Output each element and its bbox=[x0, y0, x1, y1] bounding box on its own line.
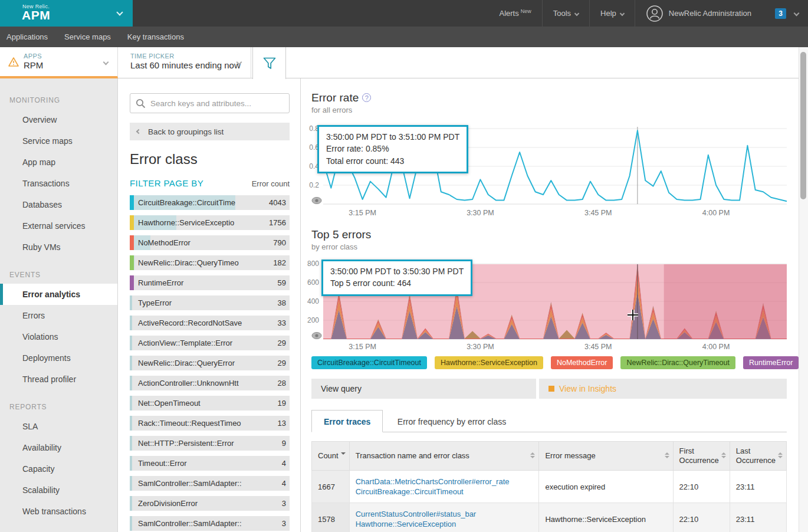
error-class-row[interactable]: NoMethodError 790 bbox=[130, 235, 290, 250]
sidebar-item[interactable]: Service maps bbox=[0, 130, 117, 152]
legend-pill[interactable]: NewRelic::Dirac::QueryTimeout bbox=[620, 356, 735, 369]
class-color-bar bbox=[130, 496, 132, 511]
sidebar-item[interactable]: Violations bbox=[0, 326, 117, 347]
sidebar-item[interactable]: Capacity bbox=[0, 458, 117, 480]
error-class-link[interactable]: Hawthorne::ServiceException bbox=[356, 519, 533, 529]
error-class-name: SamlController::SamlAdapter:: bbox=[138, 516, 253, 531]
sidebar-item[interactable]: Error analytics bbox=[0, 284, 117, 305]
legend-pill[interactable]: CircuitBreakage::CircuitTimeout bbox=[311, 356, 427, 369]
column-header-count[interactable]: Count bbox=[312, 442, 350, 471]
warning-icon bbox=[8, 57, 19, 70]
table-header-row: Count Transaction name and error class E… bbox=[312, 442, 787, 471]
tab-error-frequency[interactable]: Error frequency by error class bbox=[386, 411, 518, 433]
sidebar-item-label: Overview bbox=[22, 115, 57, 124]
sidebar-item-label: SLA bbox=[22, 422, 38, 431]
help-icon[interactable]: ? bbox=[362, 93, 371, 102]
account-menu[interactable]: NewRelic Administration bbox=[635, 0, 762, 27]
notification-badge[interactable]: 3 bbox=[775, 8, 786, 19]
class-color-bar bbox=[130, 255, 134, 270]
insights-square-icon bbox=[548, 386, 554, 392]
error-class-row[interactable]: NewRelic::Dirac::QueryTimeo 182 bbox=[130, 255, 290, 270]
svg-text:4:00 PM: 4:00 PM bbox=[702, 343, 730, 351]
error-class-name: Net::HTTP::Persistent::Error bbox=[138, 436, 253, 451]
tools-menu[interactable]: Tools bbox=[542, 0, 589, 27]
nav-item-service-maps[interactable]: Service maps bbox=[64, 32, 111, 41]
back-to-groupings-button[interactable]: Back to groupings list bbox=[130, 123, 290, 140]
sidebar-item[interactable]: Availability bbox=[0, 437, 117, 458]
error-class-row[interactable]: NewRelic::Dirac::QueryError 29 bbox=[130, 356, 290, 370]
sidebar-group-events-items: Error analyticsErrorsViolationsDeploymen… bbox=[0, 284, 117, 390]
nav-item-applications[interactable]: Applications bbox=[6, 32, 48, 41]
error-class-row[interactable]: CircuitBreakage::CircuitTime 4043 bbox=[130, 195, 290, 210]
sidebar-item[interactable]: SLA bbox=[0, 416, 117, 437]
error-class-row[interactable]: ZeroDivisionError 3 bbox=[130, 496, 290, 511]
column-header-first-occurrence[interactable]: First Occurrence bbox=[673, 442, 730, 471]
error-class-row[interactable]: Hawthorne::ServiceExceptio 1756 bbox=[130, 215, 290, 230]
error-message-cell: execution expired bbox=[539, 471, 673, 503]
sidebar-item[interactable]: Web transactions bbox=[0, 501, 117, 522]
sidebar-item[interactable]: Ruby VMs bbox=[0, 237, 117, 258]
nav-item-key-transactions[interactable]: Key transactions bbox=[127, 32, 184, 41]
error-class-row[interactable]: SamlController::SamlAdapter:: 4 bbox=[130, 476, 290, 491]
column-header-last-occurrence[interactable]: Last Occurrence bbox=[730, 442, 786, 471]
sidebar-item[interactable]: App map bbox=[0, 152, 117, 173]
error-class-row[interactable]: ActiveRecord::RecordNotSave 33 bbox=[130, 316, 290, 330]
transaction-link[interactable]: CurrentStatusController#status_bar bbox=[356, 509, 533, 519]
class-color-bar bbox=[130, 316, 132, 330]
sidebar-item-label: Capacity bbox=[22, 464, 54, 474]
transaction-link[interactable]: ChartData::MetricChartsController#error_… bbox=[356, 477, 533, 487]
crosshair-cursor-icon bbox=[626, 308, 639, 321]
filter-funnel-tab[interactable] bbox=[252, 47, 286, 79]
error-class-row[interactable]: ActionView::Template::Error 29 bbox=[130, 336, 290, 350]
apm-product-switcher[interactable]: New Relic. APM bbox=[0, 0, 133, 27]
sidebar-item[interactable]: Scalability bbox=[0, 480, 117, 501]
sidebar-item[interactable]: Thread profiler bbox=[0, 369, 117, 390]
error-class-count: 13 bbox=[278, 416, 286, 431]
eye-icon[interactable] bbox=[312, 198, 321, 204]
funnel-icon bbox=[262, 57, 277, 70]
error-class-row[interactable]: TypeError 38 bbox=[130, 295, 290, 310]
error-class-name: Net::OpenTimeout bbox=[138, 396, 253, 411]
eye-icon[interactable] bbox=[312, 333, 321, 339]
sidebar-item[interactable]: Errors bbox=[0, 305, 117, 326]
search-input[interactable] bbox=[150, 94, 286, 112]
scrollbar-thumb[interactable] bbox=[800, 52, 806, 199]
class-color-bar bbox=[130, 336, 132, 350]
error-class-row[interactable]: RuntimeError 59 bbox=[130, 275, 290, 290]
error-class-row[interactable]: Timeout::Error 4 bbox=[130, 456, 290, 471]
column-header-message[interactable]: Error message bbox=[539, 442, 673, 471]
svg-text:400: 400 bbox=[307, 297, 319, 306]
legend-pill[interactable]: Hawthorne::ServiceException bbox=[435, 356, 543, 369]
svg-text:3:30 PM: 3:30 PM bbox=[467, 209, 494, 217]
apps-picker[interactable]: APPS RPM bbox=[0, 47, 118, 78]
sidebar-item[interactable]: Overview bbox=[0, 109, 117, 130]
sort-icons bbox=[665, 452, 669, 458]
help-menu[interactable]: Help bbox=[589, 0, 635, 27]
legend-pill[interactable]: NoMethodError bbox=[551, 356, 613, 369]
error-class-row[interactable]: ActionController::UnknownHtt 28 bbox=[130, 376, 290, 390]
error-class-name: ActionView::Template::Error bbox=[138, 336, 253, 350]
legend-pill[interactable]: RuntimeError bbox=[743, 356, 799, 369]
sidebar-item[interactable]: Transactions bbox=[0, 173, 117, 194]
sidebar-item[interactable]: Deployments bbox=[0, 347, 117, 369]
chevron-down-icon[interactable] bbox=[794, 11, 800, 17]
view-query-button[interactable]: View query bbox=[311, 379, 536, 399]
error-class-row[interactable]: Net::HTTP::Persistent::Error 9 bbox=[130, 436, 290, 451]
error-class-count: 29 bbox=[278, 356, 286, 370]
svg-text:0.2: 0.2 bbox=[309, 181, 319, 189]
column-header-transaction[interactable]: Transaction name and error class bbox=[349, 442, 539, 471]
error-class-row[interactable]: SamlController::SamlAdapter:: 3 bbox=[130, 516, 290, 531]
error-class-link[interactable]: CircuitBreakage::CircuitTimeout bbox=[356, 487, 533, 497]
time-picker[interactable]: TIME PICKER Last 60 minutes ending now bbox=[118, 47, 251, 78]
alerts-menu[interactable]: AlertsNew bbox=[488, 0, 541, 27]
sidebar-item-label: Violations bbox=[22, 332, 58, 341]
search-icon bbox=[136, 98, 146, 111]
view-in-insights-button[interactable]: View in Insights bbox=[539, 379, 787, 399]
tab-error-traces[interactable]: Error traces bbox=[311, 410, 383, 432]
sidebar-item[interactable]: Databases bbox=[0, 194, 117, 215]
sidebar-item[interactable]: External services bbox=[0, 215, 117, 237]
error-class-row[interactable]: Net::OpenTimeout 19 bbox=[130, 396, 290, 411]
error-count-column-label: Error count bbox=[252, 179, 290, 188]
error-class-row[interactable]: Rack::Timeout::RequestTimeo 13 bbox=[130, 416, 290, 431]
top5-errors-title: Top 5 errors bbox=[311, 228, 371, 241]
